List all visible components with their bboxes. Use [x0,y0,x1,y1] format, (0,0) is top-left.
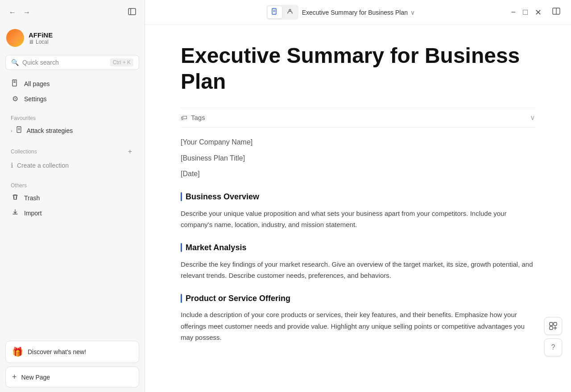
titlebar-center: Executive Summary for Business Plan ∨ [266,5,415,20]
question-icon: ? [551,343,555,351]
doc-view-button[interactable] [268,6,282,18]
all-pages-label: All pages [24,80,50,87]
section-text-market-analysis: Describe the key findings of your market… [181,259,535,281]
profile-name: AFFiNE [29,31,53,39]
others-label: Others [6,179,138,190]
document-body: [Your Company Name] [Business Plan Title… [181,136,535,343]
main-content: Executive Summary for Business Plan ∨ − … [145,0,571,392]
tags-left: 🏷 Tags [181,114,205,121]
profile-info: AFFiNE 🖥 Local [29,31,53,45]
add-collection-button[interactable]: + [126,147,134,157]
gift-icon: 🎁 [12,347,23,357]
section-text-product-offering: Include a description of your core produ… [181,309,535,343]
split-view-button[interactable] [550,5,562,19]
attack-strategies-label: Attack strategies [27,127,73,134]
sidebar-toggle-button[interactable] [126,5,138,19]
discover-label: Discover what's new! [28,348,86,355]
sidebar-item-attack-strategies[interactable]: › Attack strategies [6,123,138,138]
maximize-button[interactable]: □ [521,6,530,19]
minimize-button[interactable]: − [509,6,518,19]
settings-label: Settings [24,95,47,103]
sidebar-item-trash[interactable]: Trash [6,190,138,206]
trash-label: Trash [24,194,40,202]
svg-rect-16 [550,326,553,330]
favourites-label: Favourites [6,111,138,123]
new-page-button[interactable]: + New Page [5,367,139,388]
placeholder-plan-title: [Business Plan Title] [181,153,535,164]
search-icon: 🔍 [11,59,19,66]
favourites-section: Favourites › Attack strategies [0,109,145,140]
plus-icon: + [12,372,17,382]
search-label: Quick search [22,59,59,66]
avatar [6,29,24,47]
create-collection-label: Create a collection [17,162,69,169]
edgeless-view-button[interactable] [283,6,297,18]
doc-title-text: Executive Summary for Business Plan [302,9,408,16]
import-label: Import [24,210,42,217]
titlebar: Executive Summary for Business Plan ∨ − … [145,0,571,25]
tags-row: 🏷 Tags ∨ [181,107,535,128]
help-button[interactable]: ? [544,338,562,356]
document-title: Executive Summary for Business Plan [181,43,535,94]
tags-chevron-icon[interactable]: ∨ [530,113,535,122]
titlebar-actions: − □ ✕ [509,5,562,19]
settings-icon: ⚙ [11,95,20,103]
search-shortcut: Ctrl + K [110,58,133,66]
info-icon: ℹ [11,161,13,169]
forward-button[interactable]: → [21,7,33,18]
placeholder-company: [Your Company Name] [181,136,535,148]
svg-rect-4 [13,82,16,83]
section-text-business-overview: Describe your unique value proposition a… [181,208,535,231]
svg-rect-15 [554,322,557,326]
others-section: Others Trash Import [0,176,145,223]
sidebar-item-settings[interactable]: ⚙ Settings [6,91,138,106]
tags-label: Tags [191,114,205,121]
placeholder-date: [Date] [181,168,535,180]
profile-section[interactable]: AFFiNE 🖥 Local [0,25,145,51]
nav-arrows: ← → [6,7,33,18]
chevron-right-icon: › [11,128,12,133]
trash-icon [11,194,20,202]
svg-rect-14 [550,322,553,326]
doc-icon [16,126,23,135]
pages-icon [11,79,20,88]
tag-icon: 🏷 [181,114,187,121]
sidebar-item-all-pages[interactable]: All pages [6,76,138,91]
collections-header: Collections + [6,143,138,158]
chevron-down-icon[interactable]: ∨ [410,9,415,16]
content-area: Executive Summary for Business Plan 🏷 Ta… [145,25,571,392]
close-button[interactable]: ✕ [533,6,543,19]
doc-title-bar: Executive Summary for Business Plan ∨ [302,9,415,16]
sidebar-item-import[interactable]: Import [6,206,138,221]
nav-section: All pages ⚙ Settings [0,74,145,109]
sidebar-header: ← → [0,0,145,25]
sidebar: ← → AFFiNE 🖥 Local 🔍 Quick search Ctrl +… [0,0,145,392]
search-bar[interactable]: 🔍 Quick search Ctrl + K [5,55,139,70]
sidebar-bottom: 🎁 Discover what's new! + New Page [0,336,145,392]
svg-rect-3 [13,81,16,82]
section-heading-product-offering: Product or Service Offering [181,292,535,305]
add-widget-button[interactable] [544,317,562,335]
collections-section: Collections + ℹ Create a collection [0,140,145,175]
floating-actions: ? [544,317,562,356]
svg-rect-0 [128,8,136,15]
profile-sub: 🖥 Local [29,39,53,45]
view-toggle [266,5,298,20]
section-heading-business-overview: Business Overview [181,190,535,203]
discover-button[interactable]: 🎁 Discover what's new! [5,341,139,363]
back-button[interactable]: ← [6,7,19,18]
section-heading-market-analysis: Market Analysis [181,241,535,254]
search-left: 🔍 Quick search [11,59,59,66]
import-icon [11,209,20,218]
new-page-label: New Page [21,374,50,381]
create-collection-item[interactable]: ℹ Create a collection [6,158,138,173]
monitor-icon: 🖥 [29,39,34,45]
collections-label: Collections [11,149,37,155]
